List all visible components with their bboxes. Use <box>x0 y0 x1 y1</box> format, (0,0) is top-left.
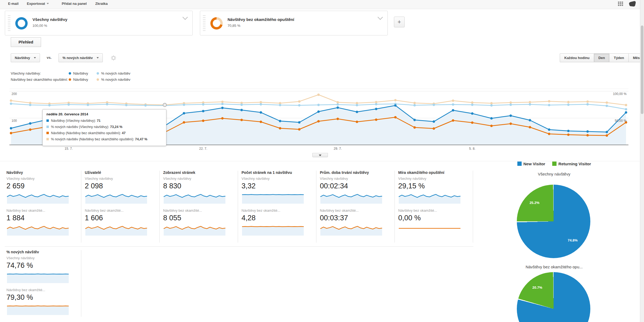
data-point[interactable] <box>375 103 377 105</box>
data-point[interactable] <box>452 119 454 122</box>
data-point[interactable] <box>298 128 301 131</box>
data-point[interactable] <box>336 118 339 120</box>
toolbar-item-add-to-dashboard[interactable]: Přidat na panel <box>62 2 87 6</box>
data-point[interactable] <box>529 103 531 106</box>
data-point[interactable] <box>586 134 589 137</box>
data-point[interactable] <box>336 103 339 106</box>
data-point[interactable] <box>279 120 281 122</box>
data-point[interactable] <box>433 120 435 123</box>
data-point[interactable] <box>548 100 550 103</box>
data-point[interactable] <box>625 108 627 111</box>
data-point[interactable] <box>490 102 493 104</box>
add-segment-button[interactable]: + <box>394 17 405 27</box>
data-point[interactable] <box>414 126 416 129</box>
data-point[interactable] <box>260 121 262 123</box>
toolbar-item-email[interactable]: E-mail <box>8 2 19 6</box>
visitor-pie-all-visits[interactable]: 74.8%25.2% <box>517 185 590 258</box>
data-point[interactable] <box>548 129 550 131</box>
data-point[interactable] <box>260 101 262 104</box>
data-point[interactable] <box>298 121 301 124</box>
data-point[interactable] <box>529 101 531 103</box>
segment-card-non-bounce-visits[interactable]: Návštěvy bez okamžitého opuštění 70,85 % <box>200 11 388 35</box>
data-point[interactable] <box>29 129 31 131</box>
data-point[interactable] <box>202 110 204 112</box>
metric-a-dropdown[interactable]: Návštěvy <box>11 53 40 62</box>
data-point[interactable] <box>606 131 608 133</box>
granularity-day-button[interactable]: Den <box>594 53 610 62</box>
data-point[interactable] <box>510 101 512 104</box>
data-point[interactable] <box>433 127 435 130</box>
data-point[interactable] <box>586 130 589 133</box>
scrollbar-thumb[interactable] <box>641 25 643 114</box>
data-point[interactable] <box>375 108 377 110</box>
data-point[interactable] <box>144 104 147 107</box>
toolbar-item-export[interactable]: Exportovat <box>27 2 49 6</box>
data-point[interactable] <box>586 100 589 103</box>
data-point[interactable] <box>452 100 454 102</box>
hand-icon[interactable] <box>628 1 636 7</box>
visitor-pie-non-bounce[interactable]: 79.3%20.7% <box>517 272 590 322</box>
data-point[interactable] <box>471 104 474 106</box>
data-point[interactable] <box>29 122 31 125</box>
data-point[interactable] <box>490 125 493 127</box>
metric-title-link[interactable]: % nových návštěv <box>6 249 79 255</box>
tab-prehled[interactable]: Přehled <box>11 37 41 47</box>
data-point[interactable] <box>548 104 550 106</box>
data-point[interactable] <box>356 104 358 106</box>
data-point[interactable] <box>183 121 185 124</box>
data-point[interactable] <box>414 119 416 121</box>
data-point[interactable] <box>375 101 377 103</box>
data-point[interactable] <box>336 107 339 109</box>
drag-handle-icon[interactable] <box>8 15 10 31</box>
data-point[interactable] <box>260 111 262 114</box>
data-point[interactable] <box>298 100 301 103</box>
data-point[interactable] <box>625 104 627 106</box>
data-point[interactable] <box>29 104 31 106</box>
data-point[interactable] <box>10 127 12 130</box>
data-point[interactable] <box>240 119 243 121</box>
data-point[interactable] <box>260 103 262 105</box>
drag-handle-icon[interactable] <box>203 15 206 31</box>
data-point[interactable] <box>606 134 608 137</box>
gear-icon[interactable] <box>111 55 116 61</box>
data-point[interactable] <box>202 103 204 106</box>
data-point[interactable] <box>606 105 608 107</box>
data-point[interactable] <box>317 104 320 106</box>
data-point[interactable] <box>240 104 243 106</box>
data-point[interactable] <box>471 101 474 104</box>
data-point[interactable] <box>221 103 224 105</box>
data-point[interactable] <box>183 112 185 115</box>
data-point[interactable] <box>471 112 474 115</box>
segment-card-all-visits[interactable]: Všechny návštěvy 100,00 % <box>5 11 193 35</box>
chart-collapse-button[interactable] <box>312 153 328 157</box>
data-point[interactable] <box>567 134 570 136</box>
data-point[interactable] <box>279 104 281 106</box>
data-point[interactable] <box>298 104 301 107</box>
data-point[interactable] <box>510 104 512 106</box>
data-point[interactable] <box>375 119 377 121</box>
data-point[interactable] <box>221 117 224 120</box>
data-point[interactable] <box>414 104 416 107</box>
data-point[interactable] <box>529 126 531 129</box>
data-point[interactable] <box>567 130 570 132</box>
data-point[interactable] <box>548 133 550 135</box>
data-point[interactable] <box>336 101 339 104</box>
data-point[interactable] <box>106 103 108 105</box>
data-point[interactable] <box>394 99 397 101</box>
metric-title-link[interactable]: Uživatelé <box>85 170 158 175</box>
data-point[interactable] <box>317 111 320 113</box>
data-point[interactable] <box>452 103 454 106</box>
data-point[interactable] <box>10 103 12 105</box>
data-point[interactable] <box>183 104 185 106</box>
data-point[interactable] <box>317 94 320 96</box>
data-point[interactable] <box>221 107 224 109</box>
grid-icon[interactable] <box>618 1 624 7</box>
scrollbar-track[interactable] <box>640 0 644 322</box>
data-point[interactable] <box>414 102 416 104</box>
data-point[interactable] <box>452 109 454 112</box>
data-point[interactable] <box>279 127 281 130</box>
data-point[interactable] <box>48 104 51 107</box>
data-point[interactable] <box>10 132 12 134</box>
data-point[interactable] <box>510 123 512 125</box>
metric-title-link[interactable]: Návštěvy <box>6 170 79 175</box>
